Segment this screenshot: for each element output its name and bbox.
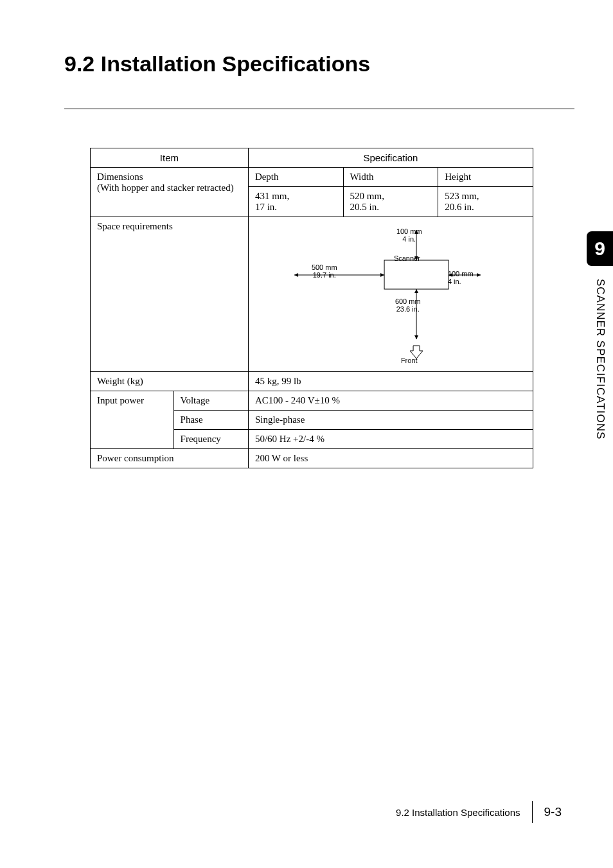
diag-left: 500 mm 19.7 in. (312, 263, 337, 279)
svg-marker-12 (414, 335, 418, 339)
dim-depth: 431 mm, 17 in. (248, 187, 343, 217)
diag-scanner: Scanner (394, 254, 420, 262)
footer-page: 9-3 (544, 805, 562, 819)
powercons-value: 200 W or less (248, 449, 533, 468)
svg-marker-6 (380, 273, 384, 277)
phase-value: Single-phase (248, 411, 533, 430)
sidebar: 9 SCANNER SPECIFICATIONS (587, 231, 613, 439)
voltage-label: Voltage (173, 391, 248, 411)
phase-label: Phase (173, 411, 248, 430)
dim-sublabel: (With hopper and stacker retracted) (97, 182, 234, 193)
footer-section: 9.2 Installation Specifications (396, 807, 520, 818)
dim-height: 523 mm, 20.6 in. (438, 187, 533, 217)
powercons-label: Power consumption (91, 449, 249, 468)
dim-width-h: Width (343, 168, 438, 187)
footer-separator (532, 801, 533, 823)
svg-marker-11 (414, 289, 418, 293)
weight-label: Weight (kg) (91, 372, 249, 391)
col-spec: Specification (248, 148, 533, 168)
voltage-value: AC100 - 240 V±10 % (248, 391, 533, 411)
svg-marker-5 (294, 273, 298, 277)
diag-right: 100 mm 4 in. (448, 270, 474, 285)
diag-top: 100 mm 4 in. (396, 227, 422, 243)
svg-rect-0 (384, 260, 449, 289)
sidebar-title: SCANNER SPECIFICATIONS (594, 279, 607, 439)
col-item: Item (91, 148, 249, 168)
horizontal-rule (64, 109, 574, 109)
section-title: 9.2 Installation Specifications (64, 51, 574, 76)
freq-value: 50/60 Hz +2/-4 % (248, 430, 533, 449)
chapter-tab: 9 (587, 231, 613, 266)
freq-label: Frequency (173, 430, 248, 449)
dim-height-h: Height (438, 168, 533, 187)
svg-marker-9 (477, 273, 481, 277)
weight-value: 45 kg, 99 lb (248, 372, 533, 391)
dim-width: 520 mm, 20.5 in. (343, 187, 438, 217)
space-diagram: 100 mm 4 in. 500 mm 19.7 in. 100 mm 4 in… (255, 224, 526, 365)
diag-front: Front (401, 357, 418, 364)
dim-label: Dimensions (97, 172, 143, 182)
diag-bottom: 600 mm 23.6 in. (395, 297, 421, 313)
page-footer: 9.2 Installation Specifications 9-3 (396, 801, 562, 823)
spec-table: Item Specification Dimensions (With hopp… (90, 148, 533, 468)
dim-depth-h: Depth (248, 168, 343, 187)
space-label: Space requirements (91, 217, 249, 372)
inputpower-label: Input power (91, 391, 174, 449)
